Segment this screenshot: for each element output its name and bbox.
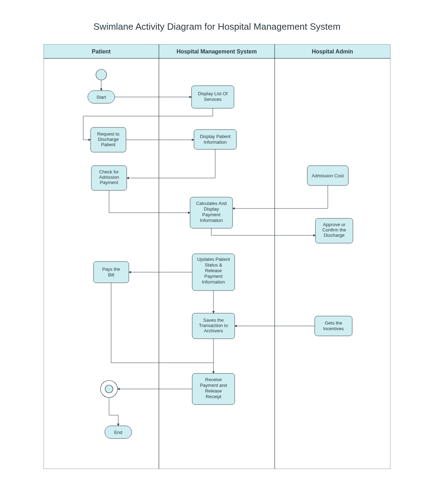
start-node: Start (88, 91, 115, 103)
approve-discharge-node: Approve or Confirm the Discharge (315, 218, 353, 243)
saves-transaction-node: Saves the Transaction to Archivers (192, 313, 235, 339)
diagram-title: Swimlane Activity Diagram for Hospital M… (21, 21, 413, 32)
svg-text:Payment and: Payment and (200, 383, 227, 388)
svg-text:Approve or: Approve or (323, 222, 346, 227)
calc-display-payment-node: Calculates And Display Payment Informati… (190, 197, 233, 228)
svg-text:Archivers: Archivers (204, 328, 223, 333)
svg-text:Pays the: Pays the (102, 267, 120, 272)
svg-text:Discharge: Discharge (324, 233, 345, 238)
svg-text:Check for: Check for (99, 169, 119, 174)
request-discharge-node: Request to Discharge Patient (91, 127, 126, 152)
initial-node-icon (96, 69, 107, 80)
lane-patient-label: Patient (92, 48, 111, 55)
svg-text:Transaction to: Transaction to (199, 323, 228, 328)
pays-bill-node: Pays the Bill (93, 262, 129, 283)
display-services-node: Display List Of Services (192, 86, 234, 108)
svg-text:Adnission: Adnission (99, 174, 119, 180)
svg-text:Information: Information (204, 139, 227, 145)
svg-text:Display List Of: Display List Of (198, 91, 228, 96)
svg-text:Patient: Patient (101, 142, 116, 147)
svg-text:Display Patient: Display Patient (200, 134, 231, 139)
svg-text:End: End (114, 430, 122, 435)
svg-point-55 (105, 385, 113, 393)
svg-text:Admission Cost: Admission Cost (312, 173, 344, 178)
updates-status-node: Updates Patient Status & Release Payment… (192, 254, 235, 291)
svg-text:Services: Services (204, 97, 222, 102)
admission-cost-node: Admission Cost (307, 166, 348, 185)
svg-text:Status &: Status & (205, 262, 222, 268)
svg-text:Payment: Payment (204, 274, 223, 279)
svg-text:Saves the: Saves the (203, 317, 224, 323)
check-admission-payment-node: Check for Adnission Payment (91, 166, 127, 190)
svg-text:Information: Information (200, 218, 223, 223)
lane-hms-label: Hospital Management System (177, 48, 257, 55)
lane-admin: Hospital Admin (275, 44, 390, 469)
swimlane-diagram: Patient Hospital Management System Hospi… (44, 44, 390, 469)
svg-text:Discharge: Discharge (98, 137, 119, 142)
svg-rect-5 (275, 58, 390, 469)
svg-text:Bill: Bill (108, 272, 114, 277)
svg-text:Receive: Receive (205, 377, 222, 382)
gets-incentives-node: Gets the Incentives (315, 316, 352, 336)
svg-text:Payment: Payment (100, 180, 118, 185)
svg-text:Release: Release (205, 268, 222, 273)
svg-text:Incentives: Incentives (323, 326, 344, 331)
svg-text:Payment: Payment (202, 212, 221, 217)
svg-text:Start: Start (96, 94, 106, 100)
svg-text:Updates Patient: Updates Patient (197, 257, 230, 262)
svg-text:Receipt: Receipt (206, 394, 221, 399)
lane-patient: Patient (44, 44, 159, 469)
svg-text:Calculates And: Calculates And (196, 201, 227, 206)
svg-text:Release: Release (205, 388, 222, 394)
svg-text:Gets the: Gets the (325, 320, 342, 326)
receive-payment-node: Receive Payment and Release Receipt (192, 373, 235, 405)
svg-text:Display: Display (204, 206, 219, 212)
svg-text:Information: Information (202, 279, 225, 285)
svg-text:Confirm the: Confirm the (322, 227, 346, 233)
display-patient-info-node: Display Patient Information (194, 130, 236, 149)
end-node: End (105, 426, 132, 439)
lane-admin-label: Hospital Admin (312, 48, 353, 55)
svg-text:Request to: Request to (97, 131, 120, 137)
final-node-icon (101, 380, 118, 397)
